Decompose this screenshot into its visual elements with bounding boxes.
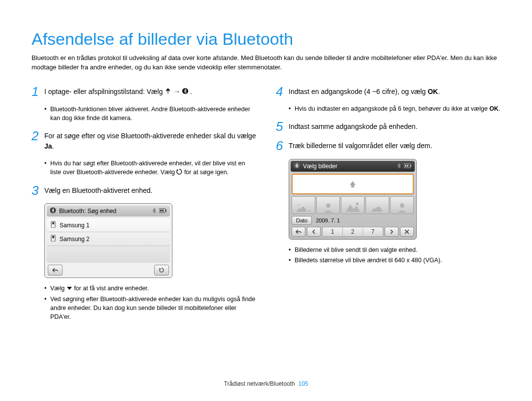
bluetooth-small-icon <box>397 163 401 170</box>
step5-text: Indtast samme adgangskode på enheden. <box>289 122 500 131</box>
page-number: 105 <box>298 380 308 387</box>
bluetooth-small-icon <box>152 208 156 215</box>
intro-text: Bluetooth er en trådløs protokol til udv… <box>32 54 500 72</box>
step-number-4: 4 <box>276 85 289 98</box>
thumbnail[interactable] <box>316 196 340 214</box>
step2-bullet: Hvis du har søgt efter Bluetooth-aktiver… <box>44 159 256 177</box>
step3-bullet-2: Ved søgning efter Bluetooth-aktiverede e… <box>44 295 256 321</box>
device-row[interactable]: Samsung 1 <box>47 218 170 232</box>
step6-bullet-2: Billedets størrelse vil blive ændret til… <box>289 256 500 265</box>
step2-text: For at søge efter og vise Bluetooth-akti… <box>44 131 256 151</box>
svg-rect-13 <box>405 165 406 167</box>
battery-icon <box>404 163 412 170</box>
svg-rect-14 <box>407 165 408 167</box>
svg-rect-9 <box>52 236 54 238</box>
phone-icon <box>51 221 56 229</box>
thumbnail[interactable] <box>341 196 365 214</box>
refresh-icon <box>176 168 182 177</box>
step-number-1: 1 <box>32 85 44 99</box>
thumbnail[interactable] <box>366 196 389 214</box>
step1-bullet: Bluetooth-funktionen bliver aktiveret. A… <box>44 105 256 123</box>
phone-icon <box>51 235 56 243</box>
refresh-button[interactable] <box>154 265 169 276</box>
close-button[interactable] <box>400 227 414 237</box>
cam2-title: Vælg billeder <box>303 163 394 170</box>
step3-text: Vælg en Bluetooth-aktiveret enhed. <box>44 185 256 195</box>
date-label: 2009. 7. 1 <box>316 217 340 223</box>
step-number-3: 3 <box>32 184 44 197</box>
step-number-2: 2 <box>32 129 44 153</box>
svg-rect-4 <box>160 210 162 212</box>
svg-point-16 <box>326 203 330 208</box>
bluetooth-icon <box>50 207 56 215</box>
svg-point-15 <box>298 204 299 205</box>
page-indicator: 1 2 7 <box>322 227 383 237</box>
prev-button[interactable] <box>307 227 321 237</box>
step6-text: Træk billederne til valgområdet eller væ… <box>289 141 500 151</box>
page-footer: Trådløst netværk/Bluetooth 105 <box>0 380 532 387</box>
step-number-5: 5 <box>276 120 289 133</box>
selection-drop-area[interactable] <box>292 174 414 194</box>
up-arrow-icon <box>348 180 357 188</box>
back-button[interactable] <box>292 227 305 237</box>
date-button[interactable]: Dato <box>292 216 312 225</box>
device-name: Samsung 1 <box>60 222 90 229</box>
svg-rect-12 <box>410 165 411 167</box>
page-title: Afsendelse af billeder via Bluetooth <box>32 30 500 49</box>
svg-rect-7 <box>52 222 54 224</box>
svg-rect-3 <box>166 210 166 212</box>
battery-icon <box>159 208 167 215</box>
step-number-6: 6 <box>276 139 289 153</box>
thumbnail[interactable] <box>292 196 315 214</box>
device-row[interactable]: Samsung 2 <box>47 232 170 246</box>
step4-text: Indtast en adgangskode (4 ~6 cifre), og … <box>289 87 500 96</box>
svg-point-17 <box>356 202 358 205</box>
camera-screenshot-select: Vælg billeder Dato 2009. 7. 1 <box>289 159 417 240</box>
svg-rect-5 <box>162 210 164 212</box>
step6-bullet-1: Billederne vil blive sendt til den valgt… <box>289 246 500 254</box>
step4-bullet: Hvis du indtaster en adgangskode på 6 te… <box>289 104 500 113</box>
camera-screenshot-search: Bluetooth: Søg enhed Samsung 1 Samsung 2 <box>44 203 172 278</box>
thumbnail[interactable] <box>390 196 414 214</box>
back-button[interactable] <box>48 265 63 276</box>
bluetooth-icon <box>294 162 300 170</box>
device-name: Samsung 2 <box>60 236 90 243</box>
next-button[interactable] <box>385 227 399 237</box>
step3-bullet-1: Vælg for at få vist andre enheder. <box>44 284 256 293</box>
down-arrow-icon <box>66 284 72 293</box>
cam1-title: Bluetooth: Søg enhed <box>59 208 149 215</box>
step1-text: I optage- eller afspilningstilstand: Væl… <box>44 87 256 97</box>
svg-point-18 <box>399 203 404 208</box>
wireless-icon <box>165 87 171 97</box>
bluetooth-icon <box>182 87 188 97</box>
